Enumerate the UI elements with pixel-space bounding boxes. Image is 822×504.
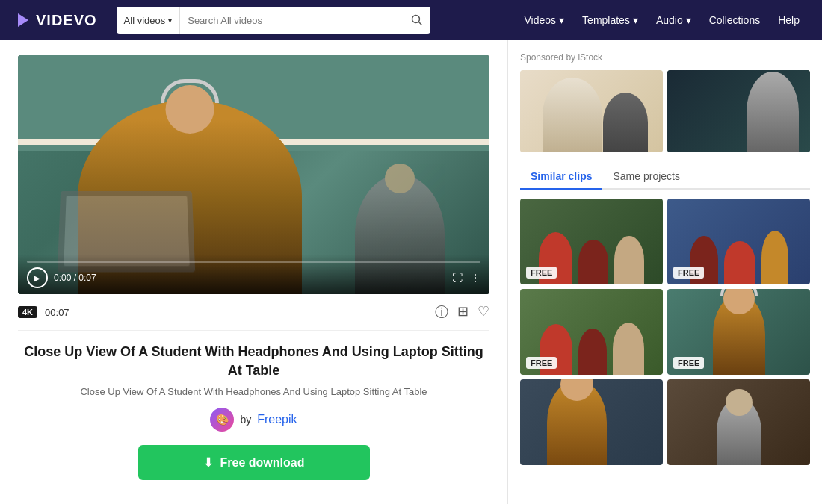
clip-4-person bbox=[713, 294, 765, 375]
duration-badge: 00:07 bbox=[45, 307, 69, 318]
nav-collections-label: Collections bbox=[709, 14, 760, 26]
favorite-icon[interactable]: ♡ bbox=[478, 303, 489, 321]
sponsored-person-1 bbox=[543, 78, 602, 152]
nav-videos-label: Videos bbox=[525, 14, 557, 26]
clip-p8 bbox=[578, 329, 607, 375]
sponsored-label: Sponsored by iStock bbox=[520, 52, 810, 63]
clip-6-head bbox=[726, 389, 753, 416]
clip-tabs: Similar clips Same projects bbox=[520, 164, 810, 190]
author-row: 🎨 by Freepik bbox=[18, 408, 489, 432]
chevron-down-icon: ▾ bbox=[168, 16, 172, 25]
sponsored-person-dark bbox=[747, 72, 799, 152]
clip-badge-2: FREE bbox=[673, 267, 704, 279]
download-label: Free download bbox=[220, 456, 305, 470]
nav-audio-label: Audio bbox=[656, 14, 683, 26]
more-options-icon[interactable]: ⋮ bbox=[470, 272, 480, 284]
sponsored-person-2 bbox=[603, 93, 648, 152]
progress-bar[interactable] bbox=[27, 261, 480, 263]
sponsored-thumb-2[interactable] bbox=[667, 70, 810, 152]
sponsored-grid bbox=[520, 70, 810, 152]
left-panel: ▶ 0:00 / 0:07 ⛶ ⋮ 4K 00:07 ⓘ ⊞ ♡ Close U… bbox=[0, 40, 508, 504]
nav-item-videos[interactable]: Videos ▾ bbox=[517, 10, 572, 31]
clip-badge-3: FREE bbox=[526, 357, 557, 369]
tab-same-projects[interactable]: Same projects bbox=[602, 164, 690, 190]
clip-thumb-2[interactable]: FREE bbox=[667, 199, 810, 284]
nav-item-audio[interactable]: Audio ▾ bbox=[649, 10, 699, 31]
main-content: ▶ 0:00 / 0:07 ⛶ ⋮ 4K 00:07 ⓘ ⊞ ♡ Close U… bbox=[0, 40, 822, 504]
video-player[interactable]: ▶ 0:00 / 0:07 ⛶ ⋮ bbox=[18, 55, 489, 294]
4k-badge: 4K bbox=[18, 306, 37, 318]
clip-thumb-4[interactable]: FREE bbox=[667, 289, 810, 375]
logo-icon bbox=[15, 12, 31, 28]
nav-links: Videos ▾ Templates ▾ Audio ▾ Collections… bbox=[517, 10, 807, 31]
author-avatar: 🎨 bbox=[210, 408, 234, 432]
controls-right: ⛶ ⋮ bbox=[452, 272, 480, 284]
svg-line-2 bbox=[418, 22, 421, 25]
video-title: Close Up View Of A Student With Headphon… bbox=[18, 343, 489, 380]
search-icon bbox=[411, 14, 423, 26]
free-download-button[interactable]: ⬇ Free download bbox=[138, 445, 370, 480]
info-icon[interactable]: ⓘ bbox=[435, 303, 448, 321]
clip-p3 bbox=[614, 236, 644, 284]
tab-similar-clips[interactable]: Similar clips bbox=[520, 164, 602, 190]
header: VIDEVO All videos ▾ Videos ▾ Templates ▾… bbox=[0, 0, 822, 40]
meta-icons: ⓘ ⊞ ♡ bbox=[435, 303, 489, 321]
play-button[interactable]: ▶ bbox=[27, 267, 48, 288]
right-panel: Sponsored by iStock Similar clips Same p… bbox=[508, 40, 822, 504]
nav-templates-chevron: ▾ bbox=[633, 14, 638, 26]
nav-videos-chevron: ▾ bbox=[559, 14, 564, 26]
clip-thumb-3[interactable]: FREE bbox=[520, 289, 663, 375]
person-head-2 bbox=[385, 164, 415, 193]
clip-p2 bbox=[578, 240, 608, 284]
video-controls: ▶ 0:00 / 0:07 ⛶ ⋮ bbox=[18, 255, 489, 294]
video-meta-bar: 4K 00:07 ⓘ ⊞ ♡ bbox=[18, 303, 489, 331]
clip-p9 bbox=[613, 323, 644, 375]
author-link[interactable]: Freepik bbox=[257, 413, 297, 426]
nav-item-help[interactable]: Help bbox=[770, 10, 807, 31]
search-container: All videos ▾ bbox=[117, 7, 430, 34]
clip-thumb-6[interactable] bbox=[667, 379, 810, 465]
clip-p5 bbox=[724, 241, 755, 284]
tab-similar-clips-label: Similar clips bbox=[531, 170, 592, 182]
clip-6-person bbox=[717, 398, 761, 465]
logo-text: VIDEVO bbox=[36, 12, 97, 29]
tab-same-projects-label: Same projects bbox=[613, 170, 679, 182]
add-collection-icon[interactable]: ⊞ bbox=[457, 303, 469, 321]
search-input[interactable] bbox=[180, 7, 403, 34]
sponsored-thumb-1[interactable] bbox=[520, 70, 663, 152]
clip-badge-4: FREE bbox=[673, 357, 704, 369]
author-by-label: by bbox=[240, 414, 251, 426]
nav-help-label: Help bbox=[778, 14, 800, 26]
clip-thumb-1[interactable]: FREE bbox=[520, 199, 663, 284]
nav-templates-label: Templates bbox=[582, 14, 630, 26]
nav-item-collections[interactable]: Collections bbox=[702, 10, 767, 31]
nav-audio-chevron: ▾ bbox=[686, 14, 691, 26]
clip-4-headphones bbox=[720, 289, 758, 296]
fullscreen-icon[interactable]: ⛶ bbox=[452, 272, 463, 284]
search-button[interactable] bbox=[404, 14, 430, 26]
time-display: 0:00 / 0:07 bbox=[54, 273, 96, 283]
clips-grid: FREE FREE FREE bbox=[520, 199, 810, 465]
clip-5-person bbox=[547, 380, 607, 465]
video-subtitle: Close Up View Of A Student With Headphon… bbox=[18, 386, 489, 397]
download-icon: ⬇ bbox=[203, 455, 213, 470]
search-dropdown-label: All videos bbox=[124, 15, 166, 26]
controls-row: ▶ 0:00 / 0:07 ⛶ ⋮ bbox=[27, 267, 480, 288]
svg-marker-0 bbox=[18, 13, 28, 27]
clip-badge-1: FREE bbox=[526, 267, 557, 279]
nav-item-templates[interactable]: Templates ▾ bbox=[575, 10, 646, 31]
clip-thumb-5[interactable] bbox=[520, 379, 663, 465]
clip-p6 bbox=[761, 231, 788, 284]
logo[interactable]: VIDEVO bbox=[15, 12, 97, 29]
clip-5-head bbox=[560, 379, 593, 401]
search-dropdown[interactable]: All videos ▾ bbox=[117, 7, 181, 34]
